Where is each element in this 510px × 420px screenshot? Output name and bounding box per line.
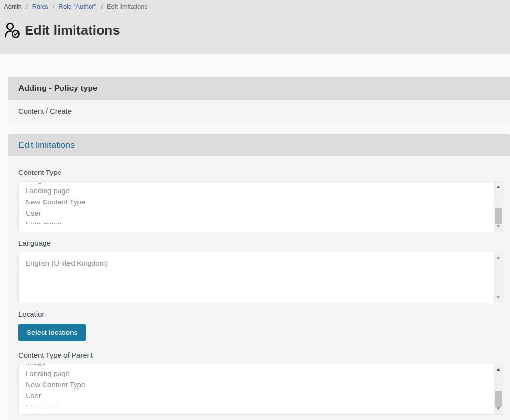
- content-type-scrollbar[interactable]: [494, 182, 503, 232]
- list-option[interactable]: Image: [26, 364, 493, 368]
- arrow-down-icon: [496, 296, 500, 299]
- breadcrumb-link-roles[interactable]: Roles: [32, 3, 48, 10]
- list-option[interactable]: User: [26, 390, 493, 401]
- user-check-icon: [4, 22, 21, 39]
- content-type-multiselect[interactable]: ImageLanding pageNew Content TypeUserUse…: [18, 181, 503, 232]
- breadcrumb-separator: /: [101, 3, 103, 10]
- breadcrumb: Admin / Roles / Role "Author" / Edit lim…: [4, 3, 510, 10]
- breadcrumb-current-page: Edit limitations: [107, 3, 148, 10]
- content-type-of-parent-scrollbar[interactable]: [494, 364, 503, 414]
- arrow-up-icon: [496, 256, 500, 259]
- list-option[interactable]: English (United Kingdom): [26, 258, 493, 269]
- policy-type-row: Content / Create: [8, 100, 510, 122]
- arrow-down-icon: [496, 407, 500, 410]
- language-options: English (United Kingdom): [19, 252, 493, 303]
- language-label: Language: [18, 239, 503, 247]
- list-option[interactable]: Landing page: [26, 185, 493, 196]
- policy-type-value: Content / Create: [18, 107, 72, 115]
- title-row: Edit limitations: [4, 22, 510, 39]
- page-header: Admin / Roles / Role "Author" / Edit lim…: [0, 0, 510, 54]
- scroll-up-button[interactable]: [494, 183, 503, 191]
- list-option[interactable]: User: [26, 207, 493, 218]
- scroll-down-button[interactable]: [494, 222, 503, 230]
- breadcrumb-item-admin: Admin: [4, 3, 22, 10]
- content-type-of-parent-options: ImageLanding pageNew Content TypeUserUse…: [19, 364, 493, 406]
- list-option[interactable]: New Content Type: [26, 196, 493, 207]
- limitations-form: Content Type ImageLanding pageNew Conten…: [8, 156, 510, 420]
- policy-type-section-header: Adding - Policy type: [8, 77, 510, 100]
- arrow-up-icon: [496, 368, 500, 371]
- edit-limitations-section-header: Edit limitations: [8, 134, 510, 156]
- content-type-of-parent-multiselect[interactable]: ImageLanding pageNew Content TypeUserUse…: [18, 364, 503, 415]
- content-type-of-parent-label: Content Type of Parent: [18, 351, 503, 359]
- list-option[interactable]: User group: [26, 218, 493, 224]
- scrollbar-thumb[interactable]: [495, 208, 502, 224]
- scrollbar-thumb[interactable]: [495, 391, 502, 407]
- edit-limitations-section-title: Edit limitations: [18, 140, 75, 150]
- arrow-down-icon: [496, 225, 500, 228]
- edit-limitations-section: Edit limitations Content Type ImageLandi…: [8, 134, 510, 420]
- list-option[interactable]: User group: [26, 401, 493, 406]
- scroll-up-button[interactable]: [494, 254, 503, 261]
- policy-type-section-title: Adding - Policy type: [18, 84, 97, 93]
- list-option[interactable]: Image: [26, 181, 493, 185]
- breadcrumb-separator: /: [53, 3, 55, 10]
- policy-type-section: Adding - Policy type Content / Create: [8, 77, 510, 122]
- breadcrumb-link-role-author[interactable]: Role "Author": [59, 3, 96, 10]
- page-title: Edit limitations: [25, 23, 120, 38]
- language-multiselect[interactable]: English (United Kingdom): [18, 252, 503, 303]
- breadcrumb-separator: /: [26, 3, 28, 10]
- content-type-options: ImageLanding pageNew Content TypeUserUse…: [19, 181, 493, 224]
- arrow-up-icon: [496, 186, 500, 188]
- scroll-down-button[interactable]: [494, 405, 503, 413]
- scroll-up-button[interactable]: [494, 366, 503, 374]
- select-locations-button[interactable]: Select locations: [18, 324, 86, 341]
- language-scrollbar[interactable]: [494, 252, 503, 303]
- content-type-label: Content Type: [18, 168, 503, 176]
- list-option[interactable]: Landing page: [26, 368, 493, 379]
- location-label: Location: [18, 310, 503, 318]
- list-option[interactable]: New Content Type: [26, 379, 493, 390]
- scroll-down-button[interactable]: [494, 293, 503, 301]
